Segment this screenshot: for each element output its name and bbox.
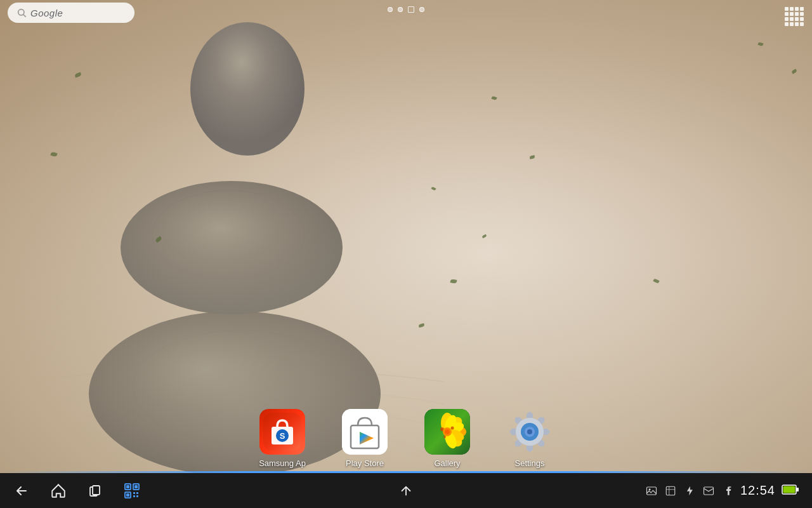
media-status-icon: [664, 485, 677, 497]
svg-rect-46: [133, 492, 135, 494]
svg-rect-49: [136, 495, 138, 497]
status-icons: 12:54: [645, 483, 799, 498]
svg-text:S: S: [280, 431, 285, 441]
svg-point-33: [445, 429, 450, 434]
google-label: Google: [30, 8, 63, 18]
svg-rect-53: [704, 487, 713, 495]
play-store-icon: [342, 409, 388, 455]
clock: 12:54: [740, 483, 775, 498]
gallery-label: Gallery: [434, 458, 460, 468]
mail-status-icon: [702, 485, 715, 497]
nav-left: [13, 482, 141, 500]
svg-rect-45: [126, 493, 129, 497]
svg-rect-39: [93, 486, 100, 495]
up-button[interactable]: [397, 482, 415, 500]
play-store-label: Play Store: [346, 458, 384, 468]
svg-rect-43: [134, 485, 138, 488]
svg-point-10: [18, 10, 24, 15]
battery-indicator: [782, 484, 799, 498]
settings-icon: [507, 409, 553, 455]
svg-rect-47: [136, 492, 138, 494]
svg-point-51: [648, 488, 650, 490]
nav-center: [397, 482, 415, 500]
settings-item[interactable]: Settings: [488, 404, 571, 473]
svg-point-37: [527, 429, 532, 434]
gallery-icon: [424, 409, 470, 455]
samsung-apps-icon: S: [259, 409, 305, 455]
top-bar: Google: [0, 0, 812, 25]
nav-bar: 12:54: [0, 473, 812, 508]
home-button[interactable]: [49, 482, 67, 500]
svg-rect-50: [646, 487, 656, 495]
settings-label: Settings: [515, 458, 545, 468]
screenshot-button[interactable]: [123, 482, 141, 500]
recents-button[interactable]: [86, 482, 104, 500]
play-store-item[interactable]: Play Store: [324, 404, 406, 473]
facebook-status-icon: [721, 485, 734, 497]
samsung-apps-label: Samsung Ap: [259, 458, 306, 468]
gallery-item[interactable]: Gallery: [406, 404, 488, 473]
back-button[interactable]: [13, 482, 30, 500]
svg-rect-52: [666, 486, 675, 495]
svg-rect-48: [133, 495, 135, 497]
svg-point-31: [443, 436, 446, 438]
sync-status-icon: [683, 485, 696, 497]
svg-rect-41: [126, 485, 129, 488]
samsung-apps-item[interactable]: S Samsung Ap: [241, 404, 324, 473]
google-search-bar[interactable]: Google: [8, 3, 134, 23]
svg-rect-55: [796, 488, 799, 491]
dock: S Samsung Ap: [0, 403, 812, 473]
time-display: 12:54: [740, 483, 775, 497]
svg-line-11: [23, 15, 26, 17]
photo-status-icon: [645, 485, 658, 497]
svg-point-30: [451, 426, 454, 429]
svg-rect-56: [783, 486, 796, 493]
search-icon: [16, 8, 27, 18]
